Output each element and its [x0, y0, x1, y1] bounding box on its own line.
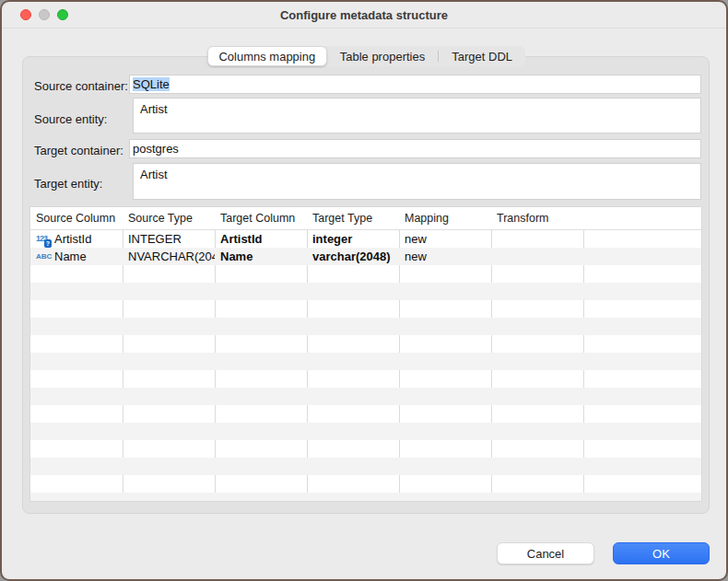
- source-container-label: Source container:: [34, 79, 128, 93]
- empty-row: [30, 353, 701, 370]
- cell-source-column[interactable]: ABC Name: [30, 248, 123, 265]
- tab-table-properties[interactable]: Table properties: [327, 46, 439, 66]
- header-mapping[interactable]: Mapping: [399, 207, 491, 229]
- empty-row: [30, 458, 701, 475]
- title-bar[interactable]: Configure metadata structure: [2, 2, 726, 29]
- selected-text: SQLite: [133, 77, 170, 91]
- cell-source-type[interactable]: NVARCHAR(2048): [123, 248, 215, 265]
- source-container-input[interactable]: SQLite: [129, 75, 701, 94]
- header-empty: [583, 207, 701, 229]
- target-container-label: Target container:: [34, 144, 123, 157]
- empty-row: [30, 440, 701, 458]
- cell-transform[interactable]: [491, 230, 583, 248]
- source-entity-label: Source entity:: [34, 112, 108, 126]
- tab-target-ddl[interactable]: Target DDL: [439, 46, 525, 66]
- header-source-type[interactable]: Source Type: [123, 207, 215, 229]
- empty-row: [30, 423, 701, 440]
- header-transform[interactable]: Transform: [491, 207, 583, 229]
- empty-row: [30, 475, 701, 493]
- empty-row: [30, 388, 701, 405]
- empty-row: [30, 335, 701, 353]
- cell-target-column[interactable]: ArtistId: [215, 230, 307, 248]
- columns-mapping-table: Source Column Source Type Target Column …: [29, 206, 702, 502]
- ok-button[interactable]: OK: [613, 542, 710, 564]
- target-entity-label: Target entity:: [34, 177, 102, 191]
- cell-target-type[interactable]: integer: [307, 230, 399, 248]
- cell-empty: [583, 230, 701, 248]
- window-title: Configure metadata structure: [2, 8, 726, 22]
- cell-mapping[interactable]: new: [399, 248, 491, 265]
- cell-transform[interactable]: [491, 248, 583, 265]
- header-target-column[interactable]: Target Column: [215, 207, 307, 229]
- table-header: Source Column Source Type Target Column …: [30, 207, 701, 230]
- table-body: 123? ArtistId INTEGER ArtistId integer n…: [30, 230, 701, 502]
- cell-mapping[interactable]: new: [399, 230, 491, 248]
- empty-row: [30, 318, 701, 335]
- cell-source-column[interactable]: 123? ArtistId: [30, 230, 123, 248]
- empty-row: [30, 493, 701, 502]
- empty-row: [30, 265, 701, 283]
- empty-row: [30, 405, 701, 423]
- cancel-button[interactable]: Cancel: [497, 542, 594, 564]
- empty-row: [30, 370, 701, 388]
- cell-text: ArtistId: [54, 230, 91, 248]
- cell-target-column[interactable]: Name: [215, 248, 307, 265]
- empty-row: [30, 300, 701, 318]
- cell-text: Name: [54, 248, 87, 265]
- table-row-artistid[interactable]: 123? ArtistId INTEGER ArtistId integer n…: [30, 230, 701, 248]
- tab-bar: Columns mapping Table properties Target …: [207, 46, 525, 66]
- table-row-name[interactable]: ABC Name NVARCHAR(2048) Name varchar(204…: [30, 248, 701, 265]
- string-type-icon: ABC: [36, 250, 52, 263]
- cell-source-type[interactable]: INTEGER: [123, 230, 215, 248]
- target-entity-input[interactable]: Artist: [133, 163, 701, 200]
- empty-row: [30, 283, 701, 300]
- target-container-input[interactable]: postgres: [129, 139, 701, 158]
- source-entity-input[interactable]: Artist: [133, 98, 701, 134]
- header-target-type[interactable]: Target Type: [307, 207, 399, 229]
- cell-target-type[interactable]: varchar(2048): [307, 248, 399, 265]
- header-source-column[interactable]: Source Column: [30, 207, 123, 229]
- tab-columns-mapping[interactable]: Columns mapping: [207, 46, 327, 66]
- dialog-window: Configure metadata structure Columns map…: [0, 0, 728, 581]
- integer-icon-badge: ?: [44, 239, 52, 248]
- cell-empty: [583, 248, 701, 265]
- integer-type-icon: 123?: [36, 233, 52, 246]
